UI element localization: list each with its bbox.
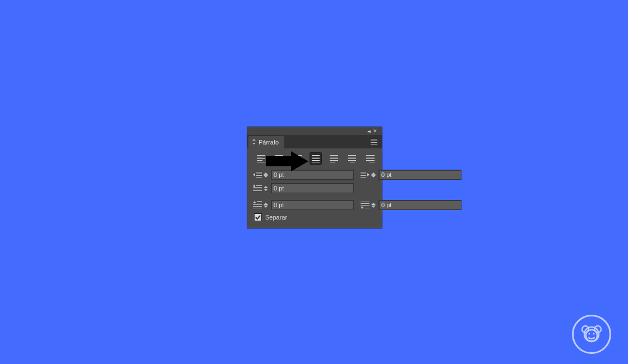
space-before-input[interactable] <box>271 200 354 210</box>
panel-menu-icon[interactable] <box>371 138 377 146</box>
first-line-indent-group <box>253 183 354 193</box>
svg-rect-5 <box>256 177 262 178</box>
svg-rect-14 <box>257 201 262 202</box>
svg-rect-20 <box>361 205 370 206</box>
align-center-button[interactable] <box>274 153 285 164</box>
align-left-button[interactable] <box>255 153 267 164</box>
svg-rect-11 <box>253 187 262 188</box>
panel-titlebar: ◂◂ ✕ <box>247 127 382 135</box>
space-before-group <box>253 200 354 210</box>
space-after-stepper[interactable] <box>371 200 377 209</box>
indent-right-input[interactable] <box>378 170 461 180</box>
indent-left-input[interactable] <box>271 170 354 180</box>
svg-marker-1 <box>252 143 256 144</box>
expand-collapse-icon <box>252 139 256 146</box>
first-line-indent-icon <box>253 184 262 192</box>
space-after-icon <box>361 201 370 209</box>
svg-rect-9 <box>361 177 366 178</box>
space-row <box>253 200 376 210</box>
svg-rect-12 <box>253 189 262 189</box>
brand-logo <box>572 315 611 354</box>
svg-rect-6 <box>361 172 366 172</box>
svg-rect-17 <box>253 208 262 208</box>
first-line-row <box>253 183 376 193</box>
svg-rect-18 <box>361 202 370 202</box>
justify-last-center-button[interactable] <box>328 153 340 164</box>
hyphenate-row: Separar <box>253 213 376 221</box>
svg-rect-10 <box>256 185 262 186</box>
svg-rect-21 <box>364 208 370 208</box>
svg-point-27 <box>593 333 595 335</box>
indent-right-icon <box>361 171 370 179</box>
svg-rect-4 <box>256 175 262 176</box>
hyphenate-checkbox[interactable] <box>254 213 262 221</box>
indent-right-group <box>361 170 461 180</box>
close-icon[interactable]: ✕ <box>373 128 377 134</box>
first-line-indent-stepper[interactable] <box>264 184 269 193</box>
panel-body: Separar <box>247 148 382 228</box>
svg-rect-15 <box>253 204 262 205</box>
svg-rect-19 <box>361 203 370 204</box>
collapse-icon[interactable]: ◂◂ <box>367 129 370 134</box>
justify-last-left-button[interactable] <box>310 153 322 164</box>
space-before-icon <box>253 201 262 209</box>
svg-point-26 <box>589 333 590 335</box>
tab-parrafo[interactable]: Párrafo <box>248 136 284 148</box>
svg-rect-3 <box>256 174 262 174</box>
indent-row <box>253 170 376 180</box>
tab-bar: Párrafo <box>247 135 382 148</box>
svg-rect-16 <box>253 206 262 207</box>
space-after-input[interactable] <box>378 200 461 210</box>
svg-marker-0 <box>252 139 256 141</box>
tab-label: Párrafo <box>258 139 279 146</box>
indent-right-stepper[interactable] <box>371 170 377 179</box>
justify-all-button[interactable] <box>364 153 376 164</box>
indent-left-stepper[interactable] <box>264 170 269 179</box>
space-after-group <box>361 200 461 210</box>
svg-rect-8 <box>361 175 366 176</box>
paragraph-panel: ◂◂ ✕ Párrafo <box>247 127 382 228</box>
first-line-indent-input[interactable] <box>271 183 354 193</box>
indent-left-icon <box>253 171 262 179</box>
svg-rect-2 <box>256 172 262 172</box>
hyphenate-label: Separar <box>265 214 287 221</box>
svg-rect-13 <box>253 190 262 191</box>
space-before-stepper[interactable] <box>264 200 269 209</box>
canvas-background: ◂◂ ✕ Párrafo <box>0 0 628 364</box>
justify-last-right-button[interactable] <box>347 153 358 164</box>
alignment-row <box>253 153 376 164</box>
align-right-button[interactable] <box>292 153 303 164</box>
indent-left-group <box>253 170 354 180</box>
svg-rect-7 <box>361 174 366 174</box>
